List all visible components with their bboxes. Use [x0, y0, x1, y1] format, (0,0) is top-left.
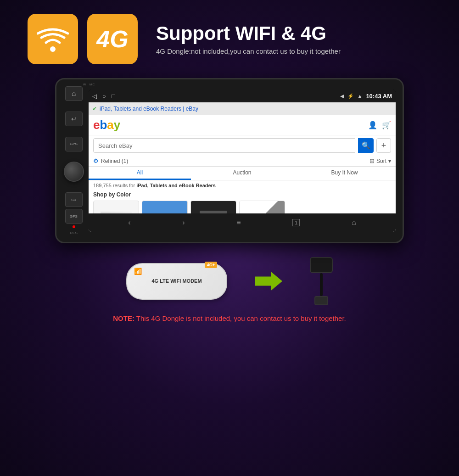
modem-image: 📶 4G LTE WIFI MODEM 4G+	[126, 263, 227, 300]
4g-text-icon: 4G	[96, 25, 128, 53]
url-bar[interactable]: iPad, Tablets and eBook Readers | eBay	[100, 106, 392, 112]
sd-button[interactable]: SD	[65, 192, 83, 207]
sort-button[interactable]: ⊞ Sort ▾	[369, 157, 391, 164]
usb-port	[314, 296, 328, 305]
usb-cable	[310, 257, 333, 305]
add-button[interactable]: +	[376, 138, 391, 153]
ebay-logo: ebay	[93, 118, 120, 132]
tab-auction[interactable]: Auction	[191, 167, 293, 180]
gps-button[interactable]: GPS	[65, 137, 83, 151]
tabs-row: All Auction Buy It Now	[89, 167, 396, 180]
note-label: NOTE:	[113, 314, 134, 322]
subtitle: 4G Dongle:not included,you can contact u…	[156, 47, 341, 55]
user-icon[interactable]: 👤	[368, 121, 377, 129]
arrow-connector	[255, 272, 282, 291]
search-input[interactable]	[93, 138, 355, 153]
sd-gps-group: SD GPS RES	[65, 192, 83, 235]
sort-chevron-icon: ▾	[388, 158, 391, 164]
shop-color-label: Shop by Color	[89, 190, 396, 199]
time-display: 10:43 AM	[366, 93, 392, 100]
4g-icon-box: 4G	[87, 14, 138, 64]
ir-label: IR	[83, 83, 86, 86]
android-nav-icons: ◁ ○ □	[92, 93, 115, 100]
note-section: NOTE: This 4G Dongle is not included, yo…	[0, 314, 459, 322]
back-button-group: ↩	[65, 112, 83, 126]
device-section: IR MIC ⌂ ↩ GPS SD GPS RES	[0, 78, 459, 243]
grid-icon: ⊞	[369, 157, 375, 164]
results-query: iPad, Tablets and eBook Readers	[136, 183, 216, 188]
accessories-section: 📶 4G LTE WIFI MODEM 4G+	[0, 257, 459, 305]
knob-group	[64, 162, 84, 182]
ebay-header: ebay 👤 🛒	[89, 115, 396, 135]
led-indicator	[73, 225, 75, 228]
svg-point-0	[50, 46, 56, 52]
top-section: 4G Support WIFI & 4G 4G Dongle:not inclu…	[0, 0, 459, 73]
refined-button[interactable]: ⚙ Refined (1)	[93, 157, 128, 164]
results-text: 189,755 results for iPad, Tablets and eB…	[89, 180, 396, 190]
nav-tab-button[interactable]: 1	[292, 219, 300, 226]
wifi-status-icon: ▲	[358, 93, 363, 99]
nav-home-button[interactable]: ⌂	[352, 218, 356, 227]
modem-container: 📶 4G LTE WIFI MODEM 4G+	[126, 263, 227, 300]
wifi-icon-box	[28, 14, 78, 64]
bluetooth-icon: ⚡	[347, 93, 354, 99]
home-button-group: ⌂	[65, 86, 83, 101]
nav-menu-button[interactable]: ≡	[236, 218, 241, 227]
usb-connector	[310, 257, 333, 273]
volume-knob[interactable]	[64, 162, 84, 182]
secure-icon: ✔	[92, 106, 97, 112]
modem-label: 4G LTE WIFI MODEM	[151, 278, 202, 284]
side-controls: ⌂ ↩ GPS SD GPS RES	[61, 84, 86, 237]
search-button[interactable]: 🔍	[358, 138, 374, 153]
green-arrow-icon	[255, 272, 282, 291]
refined-label: Refined (1)	[101, 158, 128, 164]
gps2-button[interactable]: GPS	[65, 209, 83, 224]
nav-forward-button[interactable]: ›	[182, 218, 185, 227]
results-count: 189,755 results for	[93, 183, 135, 188]
android-back-icon[interactable]: ◁	[92, 93, 97, 100]
car-unit: IR MIC ⌂ ↩ GPS SD GPS RES	[55, 78, 404, 243]
gear-icon: ⚙	[93, 157, 99, 164]
usb-cable-wire	[320, 273, 323, 296]
location-icon: ◀	[340, 93, 344, 99]
search-row: 🔍 +	[89, 135, 396, 156]
res-label: RES	[70, 231, 77, 235]
mic-label: MIC	[90, 83, 95, 86]
title-area: Support WIFI & 4G 4G Dongle:not included…	[156, 23, 341, 55]
cart-icon[interactable]: 🛒	[382, 121, 391, 129]
ir-mic-labels: IR MIC	[83, 83, 95, 86]
wifi-symbol-icon	[37, 25, 69, 53]
nav-back-button[interactable]: ‹	[128, 218, 130, 227]
tab-all[interactable]: All	[89, 167, 191, 180]
status-icons: ◀ ⚡ ▲ 10:43 AM	[340, 93, 392, 100]
android-recent-icon[interactable]: □	[112, 93, 115, 100]
bottom-nav-bar: ‹ › ≡ 1 ⌂	[89, 213, 396, 232]
ebay-header-icons: 👤 🛒	[368, 121, 391, 129]
home-button[interactable]: ⌂	[65, 86, 83, 101]
tab-buy-now[interactable]: Buy It Now	[293, 167, 396, 180]
filters-row: ⚙ Refined (1) ⊞ Sort ▾	[89, 156, 396, 167]
note-text: This 4G Dongle is not included, you can …	[136, 314, 346, 322]
modem-4g-badge: 4G+	[205, 262, 217, 268]
main-title: Support WIFI & 4G	[156, 23, 341, 44]
back-button[interactable]: ↩	[65, 112, 83, 126]
browser-bar: ✔ iPad, Tablets and eBook Readers | eBay	[89, 102, 396, 115]
android-statusbar: ◁ ○ □ ◀ ⚡ ▲ 10:43 AM	[89, 90, 396, 102]
android-home-icon[interactable]: ○	[102, 93, 106, 100]
screen: ◁ ○ □ ◀ ⚡ ▲ 10:43 AM ✔ iPad, Tablets and…	[89, 90, 396, 232]
gps-button-group: GPS	[65, 137, 83, 151]
modem-wifi-icon: 📶	[134, 268, 142, 275]
sort-label: Sort	[376, 158, 386, 164]
